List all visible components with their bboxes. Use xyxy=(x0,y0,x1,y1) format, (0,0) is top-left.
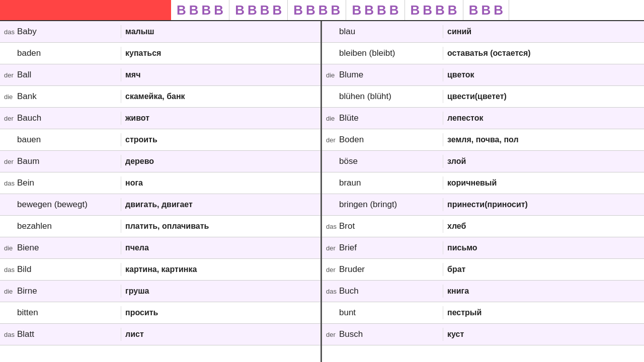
article: das xyxy=(4,266,15,274)
german-cell: bauen xyxy=(0,133,121,147)
b-letter: B xyxy=(189,3,199,18)
content-area: dasBabyмалышbadenкупатьсяderBallмячdieBa… xyxy=(0,21,644,362)
b-letter: B xyxy=(364,3,374,18)
german-word: Brot xyxy=(339,221,355,231)
german-cell: dasBlatt xyxy=(0,327,121,341)
right-vocab-row: dasBuchкнига xyxy=(322,281,644,302)
article: der xyxy=(326,136,337,144)
german-word: bleiben (bleibt) xyxy=(339,48,395,58)
header-title xyxy=(0,0,171,20)
b-letter: B xyxy=(448,3,457,18)
russian-cell: лепесток xyxy=(443,112,644,125)
german-cell: dasBild xyxy=(0,262,121,277)
right-vocab-row: blühen (blüht)цвести(цветет) xyxy=(322,86,644,108)
german-word: Bein xyxy=(17,178,34,188)
b-letter: B xyxy=(235,3,245,18)
left-vocab-row: dieBieneпчела xyxy=(0,237,320,259)
right-vocab-row: böseзлой xyxy=(322,151,644,172)
b-letter: B xyxy=(202,3,211,18)
russian-cell: груша xyxy=(121,285,320,298)
german-cell: derBoden xyxy=(322,133,443,147)
german-word: bezahlen xyxy=(17,221,52,231)
b-letter: B xyxy=(260,3,270,18)
german-word: bringen (bringt) xyxy=(339,200,397,210)
left-vocab-row: derBaumдерево xyxy=(0,151,320,172)
german-word: Baby xyxy=(17,27,37,37)
german-cell: bringen (bringt) xyxy=(322,198,443,212)
german-cell: derBusch xyxy=(322,327,443,341)
right-vocab-row: dieBlumeцветок xyxy=(322,64,644,86)
russian-cell: оставатья (остается) xyxy=(443,47,644,60)
german-word: braun xyxy=(339,178,361,188)
russian-cell: принести(приносит) xyxy=(443,198,644,211)
right-vocab-row: derBruderбрат xyxy=(322,259,644,281)
german-cell: dieBlüte xyxy=(322,111,443,125)
left-vocab-row: bauenстроить xyxy=(0,129,320,151)
b-letter: B xyxy=(318,3,328,18)
right-panel: blauсинийbleiben (bleibt)оставатья (оста… xyxy=(322,21,644,362)
left-vocab-row: dasBeinнога xyxy=(0,172,320,194)
german-cell: dieBank xyxy=(0,89,121,104)
b-letter: B xyxy=(272,3,282,18)
german-word: Blatt xyxy=(17,329,34,339)
b-letter: B xyxy=(435,3,445,18)
german-word: Buch xyxy=(339,286,359,296)
left-vocab-row: dieBankскамейка, банк xyxy=(0,86,320,108)
german-word: Birne xyxy=(17,286,37,296)
header: BBBBBBBBBBBBBBBBBBBBBBB xyxy=(0,0,644,21)
russian-cell: пестрый xyxy=(443,306,644,319)
russian-cell: куст xyxy=(443,328,644,341)
right-vocab-row: buntпестрый xyxy=(322,302,644,324)
b-letter: B xyxy=(389,3,399,18)
right-vocab-row: derBodenземля, почва, пол xyxy=(322,129,644,151)
german-word: Bauch xyxy=(17,113,41,123)
german-word: blau xyxy=(339,27,355,37)
german-cell: bitten xyxy=(0,306,121,320)
left-vocab-row: dasBabyмалыш xyxy=(0,21,320,43)
german-cell: bleiben (bleibt) xyxy=(322,46,443,60)
german-word: Baum xyxy=(17,156,39,166)
article: der xyxy=(4,158,15,165)
russian-cell: платить, оплачивать xyxy=(121,220,320,233)
left-vocab-row: dasBlattлист xyxy=(0,324,320,345)
german-cell: baden xyxy=(0,46,121,60)
article: das xyxy=(326,223,337,230)
article: der xyxy=(326,266,337,274)
russian-cell: синий xyxy=(443,25,644,38)
b-letter: B xyxy=(423,3,432,18)
russian-cell: письмо xyxy=(443,241,644,254)
german-word: Biene xyxy=(17,243,39,253)
article: die xyxy=(326,71,337,79)
right-vocab-row: derBriefписьмо xyxy=(322,237,644,259)
german-word: Brief xyxy=(339,243,357,253)
header-b-section: BBBBBBBBBBBBBBBBBBBBBBB xyxy=(171,0,644,20)
right-vocab-row: dasBrotхлеб xyxy=(322,216,644,237)
article: die xyxy=(4,93,15,101)
russian-cell: картина, картинка xyxy=(121,263,320,276)
russian-cell: двигать, двигает xyxy=(121,198,320,211)
german-cell: dieBlume xyxy=(322,68,443,82)
german-cell: dasBrot xyxy=(322,219,443,233)
left-vocab-row: derBauchживот xyxy=(0,108,320,129)
article: der xyxy=(4,71,15,79)
left-panel: dasBabyмалышbadenкупатьсяderBallмячdieBa… xyxy=(0,21,322,362)
b-letter: B xyxy=(331,3,341,18)
russian-cell: земля, почва, пол xyxy=(443,133,644,146)
russian-cell: живот xyxy=(121,112,320,125)
russian-cell: коричневый xyxy=(443,176,644,190)
german-word: bunt xyxy=(339,308,356,318)
b-letter: B xyxy=(293,3,303,18)
b-letter: B xyxy=(177,3,186,18)
b-letter: B xyxy=(377,3,386,18)
german-cell: derBaum xyxy=(0,154,121,168)
german-word: Ball xyxy=(17,70,31,80)
russian-cell: малыш xyxy=(121,25,320,38)
german-word: bitten xyxy=(17,308,38,318)
left-vocab-row: badenкупаться xyxy=(0,43,320,64)
german-cell: derBauch xyxy=(0,111,121,125)
german-word: blühen (blüht) xyxy=(339,92,391,102)
b-letter: B xyxy=(352,3,361,18)
russian-cell: цветок xyxy=(443,68,644,81)
russian-cell: пчела xyxy=(121,241,320,254)
right-vocab-row: bleiben (bleibt)оставатья (остается) xyxy=(322,43,644,64)
